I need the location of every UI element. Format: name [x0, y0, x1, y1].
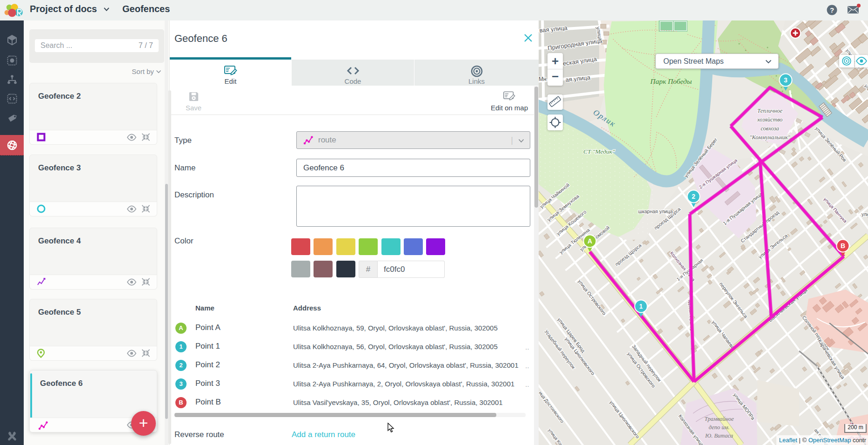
svg-text:3: 3 — [784, 76, 788, 84]
svg-text:депо им.: депо им. — [708, 424, 729, 431]
svg-text:"Коммунальник": "Коммунальник" — [749, 134, 790, 141]
svg-text:СТ "Медик": СТ "Медик" — [583, 148, 615, 155]
svg-text:улица Л: улица Л — [861, 212, 868, 217]
svg-text:Тепличное: Тепличное — [757, 108, 782, 114]
svg-text:хозяйство: хозяйство — [757, 116, 782, 123]
svg-text:Мн: Мн — [539, 76, 547, 82]
svg-text:совхоза: совхоза — [761, 125, 779, 132]
svg-text:1: 1 — [639, 303, 643, 310]
svg-text:шкарная улица: шкарная улица — [638, 209, 673, 214]
svg-text:Трамвайное: Трамвайное — [705, 416, 734, 422]
svg-text:Ю. Витаса: Ю. Витаса — [705, 432, 733, 439]
svg-text:?: ? — [830, 6, 834, 14]
svg-text:2: 2 — [692, 193, 695, 200]
svg-text:Парк Победы: Парк Победы — [650, 77, 692, 85]
svg-text:B: B — [841, 242, 845, 249]
svg-text:A: A — [588, 237, 592, 245]
